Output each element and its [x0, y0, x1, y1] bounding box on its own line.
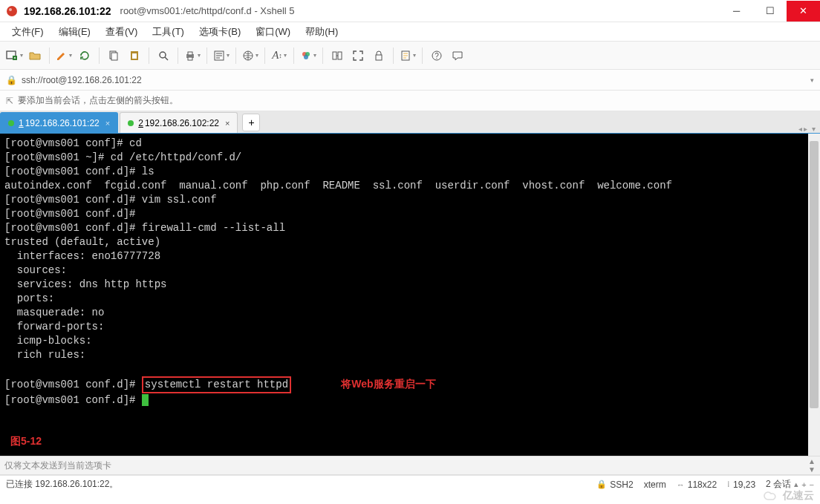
- font-button[interactable]: A↕▾: [270, 45, 289, 66]
- minimize-button[interactable]: ─: [720, 1, 753, 22]
- terminal-line: autoindex.conf fcgid.conf manual.conf ph…: [4, 180, 672, 192]
- svg-point-1: [9, 8, 12, 11]
- tab-number: 1: [19, 118, 24, 128]
- svg-rect-18: [338, 52, 342, 59]
- svg-point-16: [304, 55, 308, 59]
- terminal-line: [root@vms001 conf.d]# vim ssl.conf: [4, 194, 217, 206]
- toolbar: ▾ ▾ ▾ ▾ ▾ A↕▾ ▾ ▾ ?: [0, 42, 820, 70]
- figure-label: 图5-12: [10, 434, 42, 448]
- tab-label: 192.168.26.102:22: [145, 118, 219, 128]
- terminal-line: forward-ports:: [4, 321, 104, 333]
- status-cursor-pos: ⁞19,23: [727, 480, 755, 490]
- app-icon: [6, 5, 18, 17]
- edit-button[interactable]: ▾: [54, 45, 74, 66]
- menu-tabs[interactable]: 选项卡(B): [193, 23, 247, 41]
- terminal-scrollbar[interactable]: [808, 134, 820, 456]
- help-button[interactable]: ?: [427, 45, 446, 66]
- terminal-line: [root@vms001 conf.d]# ls: [4, 166, 154, 177]
- terminal-line: [root@vms001 conf.d]#: [4, 208, 135, 220]
- terminal-line: masquerade: no: [4, 307, 104, 318]
- paste-button[interactable]: [125, 45, 144, 66]
- new-tab-button[interactable]: +: [242, 114, 260, 131]
- menu-file[interactable]: 文件(F): [6, 23, 50, 41]
- tip-text: 要添加当前会话，点击左侧的箭头按钮。: [18, 94, 178, 107]
- status-protocol: 🔒SSH2: [596, 480, 633, 490]
- title-bar: 192.168.26.101:22 root@vms001:/etc/httpd…: [0, 0, 820, 22]
- svg-point-0: [7, 6, 17, 16]
- terminal-line: rich rules:: [4, 349, 85, 361]
- close-button[interactable]: ✕: [787, 1, 820, 22]
- status-size: ↔118x22: [677, 480, 717, 490]
- reconnect-button[interactable]: [75, 45, 94, 66]
- send-placeholder: 仅将文本发送到当前选项卡: [4, 459, 111, 472]
- send-input-bar[interactable]: 仅将文本发送到当前选项卡 ▲▼: [0, 456, 820, 475]
- tab-close-icon[interactable]: ×: [225, 119, 230, 128]
- svg-rect-11: [188, 57, 192, 60]
- terminal-line: [root@vms001 ~]# cd /etc/httpd/conf.d/: [4, 151, 241, 163]
- session-tab-2[interactable]: 2 192.168.26.102:22 ×: [120, 112, 238, 133]
- address-bar[interactable]: 🔒 ssh://root@192.168.26.101:22 ▾: [0, 70, 820, 91]
- tab-number: 2: [138, 118, 143, 128]
- fullscreen-button[interactable]: [348, 45, 368, 66]
- terminal-line: [root@vms001 conf]# cd: [4, 137, 142, 149]
- menu-view[interactable]: 查看(V): [100, 23, 143, 41]
- tab-label: 192.168.26.101:22: [25, 118, 100, 128]
- tip-bar: ⇱ 要添加当前会话，点击左侧的箭头按钮。: [0, 91, 820, 111]
- maximize-button[interactable]: ☐: [753, 1, 787, 22]
- status-terminal-type: xterm: [644, 480, 666, 490]
- lock-icon: 🔒: [596, 480, 607, 489]
- scrollbar-thumb[interactable]: [810, 141, 819, 408]
- highlighted-command: systemctl restart httpd: [142, 376, 291, 393]
- svg-rect-5: [111, 53, 117, 60]
- colors-button[interactable]: ▾: [299, 45, 318, 66]
- svg-point-8: [160, 52, 166, 58]
- terminal-line: icmp-blocks:: [4, 335, 92, 347]
- copy-button[interactable]: [104, 45, 123, 66]
- tab-nav-arrows[interactable]: ◂ ▸ ▾: [798, 125, 820, 133]
- svg-text:?: ?: [435, 52, 439, 60]
- chat-button[interactable]: [448, 45, 467, 66]
- terminal-line: sources:: [4, 264, 67, 276]
- address-dropdown-icon[interactable]: ▾: [810, 76, 814, 84]
- terminal-line: [root@vms001 conf.d]# firewall-cmd --lis…: [4, 222, 285, 234]
- cursor-icon: [142, 394, 149, 406]
- terminal-prompt: [root@vms001 conf.d]#: [4, 394, 142, 406]
- svg-rect-10: [188, 52, 192, 55]
- lock-button[interactable]: [369, 45, 388, 66]
- status-bar: 已连接 192.168.26.101:22。 🔒SSH2 xterm ↔118x…: [0, 475, 820, 493]
- terminal-line: interfaces: eno16777728: [4, 250, 160, 262]
- menu-edit[interactable]: 编辑(E): [53, 23, 97, 41]
- session-tab-1[interactable]: 1 192.168.26.101:22 ×: [0, 112, 118, 133]
- properties-button[interactable]: ▾: [212, 45, 231, 66]
- send-dropdown-icon[interactable]: ▲▼: [808, 457, 816, 474]
- script-button[interactable]: ▾: [398, 45, 417, 66]
- svg-rect-7: [132, 53, 137, 59]
- globe-button[interactable]: ▾: [241, 45, 260, 66]
- terminal-line: trusted (default, active): [4, 236, 160, 248]
- menu-bar: 文件(F) 编辑(E) 查看(V) 工具(T) 选项卡(B) 窗口(W) 帮助(…: [0, 22, 820, 42]
- terminal-prompt: [root@vms001 conf.d]#: [4, 379, 142, 390]
- transfer-button[interactable]: [328, 45, 347, 66]
- status-dot-icon: [128, 120, 134, 126]
- status-dot-icon: [8, 120, 14, 126]
- open-button[interactable]: [25, 45, 45, 66]
- tip-arrow-icon[interactable]: ⇱: [6, 96, 13, 106]
- menu-window[interactable]: 窗口(W): [250, 23, 296, 41]
- menu-tools[interactable]: 工具(T): [146, 23, 190, 41]
- search-button[interactable]: [154, 45, 173, 66]
- new-session-button[interactable]: ▾: [4, 45, 24, 66]
- position-icon: ⁞: [727, 480, 730, 489]
- window-controls: ─ ☐ ✕: [720, 1, 820, 22]
- terminal-view[interactable]: [root@vms001 conf]# cd [root@vms001 ~]# …: [0, 134, 820, 456]
- address-text: ssh://root@192.168.26.101:22: [22, 75, 142, 85]
- session-tab-strip: 1 192.168.26.101:22 × 2 192.168.26.102:2…: [0, 111, 820, 134]
- svg-rect-19: [376, 55, 382, 60]
- menu-help[interactable]: 帮助(H): [299, 23, 344, 41]
- resize-icon: ↔: [677, 480, 685, 489]
- annotation-text: 将Web服务重启一下: [341, 378, 435, 390]
- tab-close-icon[interactable]: ×: [105, 119, 110, 128]
- print-button[interactable]: ▾: [183, 45, 202, 66]
- terminal-line: ports:: [4, 292, 54, 304]
- svg-rect-17: [333, 52, 336, 59]
- terminal-line: services: dns http https: [4, 278, 166, 290]
